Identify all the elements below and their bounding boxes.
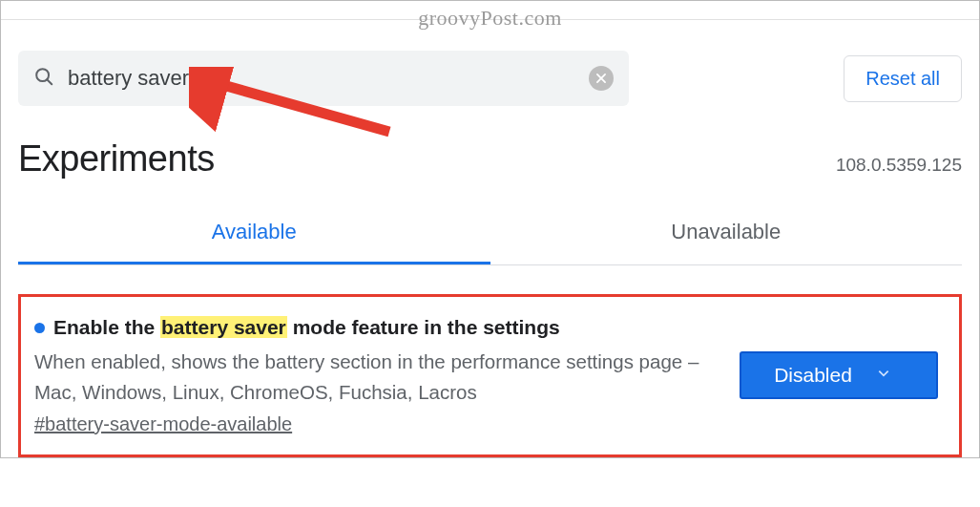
- version-text: 108.0.5359.125: [836, 155, 962, 176]
- experiment-select[interactable]: Disabled: [740, 351, 938, 399]
- experiment-hash-link[interactable]: #battery-saver-mode-available: [34, 413, 292, 435]
- experiment-body: Enable the battery saver mode feature in…: [34, 316, 713, 435]
- modified-dot-icon: [34, 323, 45, 333]
- page-title: Experiments: [18, 138, 215, 180]
- title-row: Experiments 108.0.5359.125: [18, 138, 962, 180]
- experiment-list: Enable the battery saver mode feature in…: [18, 294, 962, 457]
- tab-available[interactable]: Available: [18, 201, 490, 264]
- reset-all-button[interactable]: Reset all: [844, 55, 962, 102]
- clear-search-button[interactable]: [589, 66, 614, 91]
- chevron-down-icon: [877, 367, 890, 384]
- experiment-item: Enable the battery saver mode feature in…: [18, 294, 962, 457]
- search-icon: [33, 66, 54, 91]
- search-box[interactable]: [18, 51, 629, 106]
- search-row: Reset all: [18, 20, 962, 106]
- experiment-select-value: Disabled: [774, 364, 852, 387]
- tabs: Available Unavailable: [18, 201, 962, 265]
- tab-unavailable[interactable]: Unavailable: [490, 201, 963, 264]
- page-container: Reset all Experiments 108.0.5359.125 Ava…: [0, 0, 980, 458]
- experiment-title-post: mode feature in the settings: [293, 316, 560, 338]
- experiment-title-pre: Enable the: [53, 316, 155, 338]
- experiment-description: When enabled, shows the battery section …: [34, 347, 713, 408]
- watermark-text: groovyPost.com: [418, 6, 562, 31]
- close-icon: [594, 72, 608, 85]
- search-input[interactable]: [68, 66, 575, 91]
- experiment-title-highlight: battery saver: [160, 316, 287, 338]
- svg-line-1: [47, 79, 52, 84]
- experiment-title: Enable the battery saver mode feature in…: [34, 316, 713, 339]
